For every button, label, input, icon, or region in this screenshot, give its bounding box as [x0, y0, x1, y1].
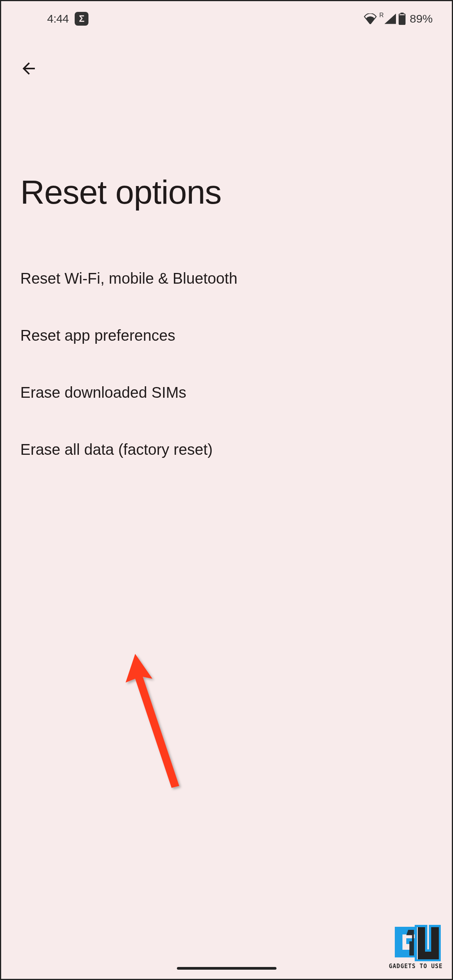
wifi-icon: [364, 13, 377, 24]
roaming-indicator: R: [379, 12, 384, 19]
status-time: 4:44: [47, 12, 69, 25]
navigation-handle[interactable]: [177, 967, 276, 970]
back-button[interactable]: [16, 56, 41, 81]
reset-wifi-mobile-bluetooth-option[interactable]: Reset Wi-Fi, mobile & Bluetooth: [20, 250, 433, 307]
status-right: R 89%: [364, 12, 433, 25]
watermark-text: GADGETS TO USE: [389, 963, 443, 970]
app-header: [1, 33, 452, 88]
signal-icon: [384, 13, 396, 24]
status-bar: 4:44 Σ R 8: [1, 1, 452, 33]
sigma-app-icon: Σ: [75, 12, 88, 26]
settings-screen: 4:44 Σ R 8: [0, 0, 453, 980]
page-title: Reset options: [1, 88, 452, 250]
reset-app-preferences-option[interactable]: Reset app preferences: [20, 307, 433, 364]
battery-icon: [398, 13, 406, 25]
watermark: GADGETS TO USE: [389, 923, 443, 970]
battery-percent: 89%: [410, 12, 433, 25]
svg-rect-2: [399, 15, 405, 25]
reset-options-list: Reset Wi-Fi, mobile & Bluetooth Reset ap…: [1, 250, 452, 478]
back-arrow-icon: [20, 59, 38, 78]
erase-downloaded-sims-option[interactable]: Erase downloaded SIMs: [20, 364, 433, 421]
annotation-arrow-icon: [124, 652, 193, 799]
erase-all-data-option[interactable]: Erase all data (factory reset): [20, 421, 433, 478]
status-left: 4:44 Σ: [47, 12, 88, 26]
watermark-logo-icon: [391, 923, 441, 961]
